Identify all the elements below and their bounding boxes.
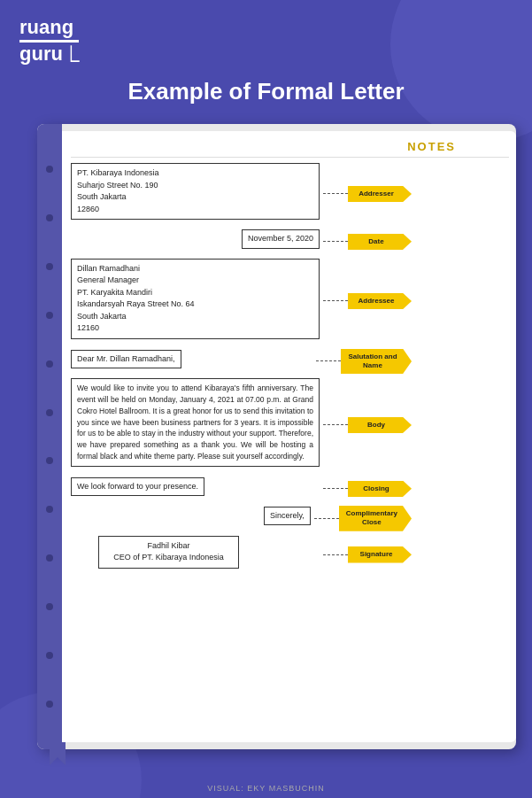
document-wrapper: NOTES PT. Kibaraya Indonesia Suharjo Str…	[37, 124, 516, 749]
closing-tag-part: Closing	[323, 481, 412, 497]
addressee-line4: Iskandarsyah Raya Street No. 64	[77, 298, 313, 311]
logo-line2: guru⎿	[19, 43, 79, 65]
signature-tag: Signature	[348, 546, 412, 562]
signature-row: Fadhil Kibar CEO of PT. Kibaraya Indones…	[71, 536, 412, 574]
logo-line1: ruang	[19, 16, 79, 43]
bg-circle-top	[390, 0, 532, 142]
addressee-tag-part: Addressee	[323, 293, 412, 309]
addressee-line2: General Manager	[77, 275, 313, 287]
salutation-content: Dear Mr. Dillan Ramadhani,	[71, 349, 312, 375]
spine-dot	[46, 457, 53, 464]
date-dashed-line	[323, 241, 348, 242]
complimentary-tag-part: ComplimentaryClose	[314, 506, 412, 531]
addressee-line6: 12160	[77, 322, 313, 335]
addresser-line2: Suharjo Street No. 190	[77, 180, 313, 192]
spine-dot	[46, 506, 53, 513]
salutation-row: Dear Mr. Dillan Ramadhani, Salutation an…	[71, 349, 412, 375]
signature-dashed-line	[323, 554, 348, 555]
addressee-tag: Addressee	[348, 293, 412, 309]
closing-tag: Closing	[348, 481, 412, 497]
signature-title: CEO of PT. Kibaraya Indonesia	[113, 552, 224, 564]
footer-credit: VISUAL: EKY MASBUCHIN	[0, 784, 532, 793]
salutation-tag: Salutation andName	[341, 349, 412, 375]
addressee-row: Dillan Ramadhani General Manager PT. Kar…	[71, 259, 412, 345]
closing-dashed-line	[323, 488, 348, 489]
complimentary-row: Sincerely, ComplimentaryClose	[71, 506, 412, 531]
addresser-tag: Addresser	[348, 186, 412, 202]
date-tag: Date	[348, 234, 412, 250]
addressee-line5: South Jakarta	[77, 311, 313, 323]
paper: NOTES PT. Kibaraya Indonesia Suharjo Str…	[62, 131, 516, 742]
spine-dot	[46, 166, 53, 173]
spine-dot	[46, 603, 53, 610]
salutation-tag-part: Salutation andName	[316, 349, 412, 375]
spine-dot	[46, 214, 53, 221]
addressee-dashed-line	[323, 300, 348, 301]
spine-dot	[46, 554, 53, 562]
spine-dot	[46, 312, 53, 319]
date-box: November 5, 2020	[242, 229, 320, 249]
closing-content: We look forward to your presence.	[71, 476, 320, 502]
closing-row: We look forward to your presence. Closin…	[71, 476, 412, 502]
spine-dot	[46, 360, 53, 368]
salutation-box: Dear Mr. Dillan Ramadhani,	[71, 350, 181, 369]
addresser-box: PT. Kibaraya Indonesia Suharjo Street No…	[71, 163, 320, 220]
signature-content: Fadhil Kibar CEO of PT. Kibaraya Indones…	[71, 536, 320, 574]
addresser-line1: PT. Kibaraya Indonesia	[77, 167, 313, 180]
signature-box: Fadhil Kibar CEO of PT. Kibaraya Indones…	[98, 536, 239, 569]
complimentary-box: Sincerely,	[264, 507, 311, 526]
date-row: November 5, 2020 Date	[71, 229, 412, 254]
addresser-line3: South Jakarta	[77, 191, 313, 204]
body-tag-part: Body	[323, 417, 412, 433]
notes-header: NOTES	[71, 140, 509, 158]
date-tag-part: Date	[323, 234, 412, 250]
complimentary-tag: ComplimentaryClose	[339, 506, 412, 531]
addresser-row: PT. Kibaraya Indonesia Suharjo Street No…	[71, 163, 412, 225]
addressee-box: Dillan Ramadhani General Manager PT. Kar…	[71, 259, 320, 339]
signature-name: Fadhil Kibar	[113, 540, 224, 553]
spine-dot	[46, 701, 53, 708]
spine-dot	[46, 263, 53, 270]
spine-dot	[46, 409, 53, 416]
body-box: We would like to invite you to attend Ki…	[71, 378, 320, 466]
closing-box: We look forward to your presence.	[71, 477, 204, 497]
body-dashed-line	[323, 424, 348, 425]
signature-tag-part: Signature	[323, 546, 412, 562]
date-content: November 5, 2020	[71, 229, 320, 254]
letter-content: PT. Kibaraya Indonesia Suharjo Street No…	[71, 163, 509, 574]
addresser-line4: 12860	[77, 204, 313, 216]
addressee-content: Dillan Ramadhani General Manager PT. Kar…	[71, 259, 320, 345]
addressee-line3: PT. Karyakita Mandiri	[77, 287, 313, 299]
complimentary-dashed-line	[314, 518, 339, 519]
addresser-dashed-line	[323, 193, 348, 194]
complimentary-content: Sincerely,	[71, 507, 311, 531]
addressee-line1: Dillan Ramadhani	[77, 263, 313, 275]
salutation-dashed-line	[316, 360, 341, 361]
addresser-content: PT. Kibaraya Indonesia Suharjo Street No…	[71, 163, 320, 225]
body-row: We would like to invite you to attend Ki…	[71, 378, 412, 471]
addresser-tag-part: Addresser	[323, 186, 412, 202]
body-tag: Body	[348, 417, 412, 433]
page-title: Example of Formal Letter	[0, 78, 532, 105]
body-content: We would like to invite you to attend Ki…	[71, 378, 320, 471]
spine-dot	[46, 652, 53, 659]
logo: ruang guru⎿	[19, 16, 79, 66]
spine	[37, 124, 62, 749]
